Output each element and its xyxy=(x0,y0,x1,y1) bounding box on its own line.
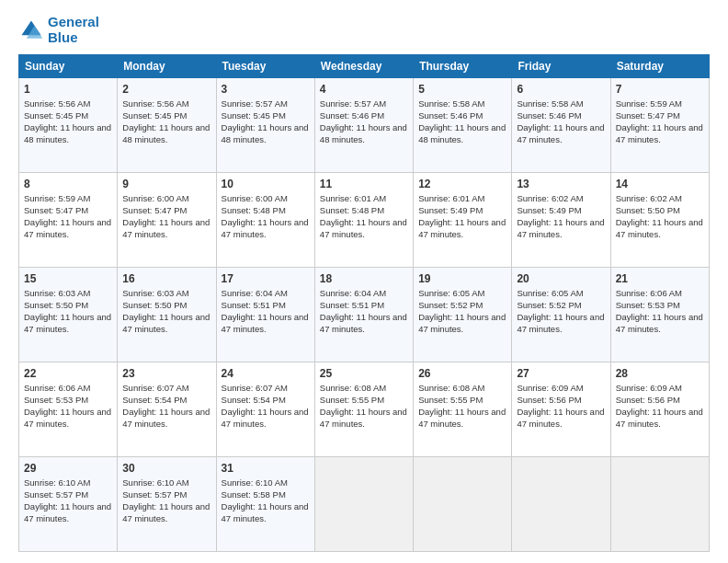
day-number: 21 xyxy=(616,271,704,286)
sunrise-text: Sunrise: 6:07 AM xyxy=(122,383,188,393)
sunrise-text: Sunrise: 5:58 AM xyxy=(517,98,583,109)
day-number: 3 xyxy=(222,82,310,97)
sunrise-text: Sunrise: 6:08 AM xyxy=(320,383,386,393)
daylight-text: Daylight: 11 hours and 48 minutes. xyxy=(418,122,506,144)
day-number: 27 xyxy=(517,366,605,381)
calendar-day-7: 7Sunrise: 5:59 AMSunset: 5:47 PMDaylight… xyxy=(610,78,709,173)
day-number: 24 xyxy=(222,366,310,381)
sunrise-text: Sunrise: 6:04 AM xyxy=(320,288,386,298)
calendar-day-5: 5Sunrise: 5:58 AMSunset: 5:46 PMDaylight… xyxy=(414,78,512,173)
calendar-day-13: 13Sunrise: 6:02 AMSunset: 5:49 PMDayligh… xyxy=(512,173,610,268)
sunrise-text: Sunrise: 5:58 AM xyxy=(418,98,484,109)
calendar-day-1: 1Sunrise: 5:56 AMSunset: 5:45 PMDaylight… xyxy=(19,78,118,173)
day-header-monday: Monday xyxy=(118,55,216,78)
day-number: 29 xyxy=(24,461,112,476)
daylight-text: Daylight: 11 hours and 47 minutes. xyxy=(517,407,604,429)
calendar-day-11: 11Sunrise: 6:01 AMSunset: 5:48 PMDayligh… xyxy=(314,173,413,268)
calendar-empty xyxy=(414,457,512,552)
sunrise-text: Sunrise: 6:06 AM xyxy=(24,383,90,393)
sunset-text: Sunset: 5:47 PM xyxy=(616,110,680,121)
sunset-text: Sunset: 5:48 PM xyxy=(222,205,286,215)
calendar-table: SundayMondayTuesdayWednesdayThursdayFrid… xyxy=(18,54,710,552)
daylight-text: Daylight: 11 hours and 47 minutes. xyxy=(24,217,111,239)
sunrise-text: Sunrise: 5:59 AM xyxy=(616,98,682,109)
daylight-text: Daylight: 11 hours and 47 minutes. xyxy=(517,217,604,239)
daylight-text: Daylight: 11 hours and 47 minutes. xyxy=(418,407,506,429)
calendar-day-23: 23Sunrise: 6:07 AMSunset: 5:54 PMDayligh… xyxy=(118,362,216,457)
day-number: 7 xyxy=(616,82,704,97)
calendar-day-4: 4Sunrise: 5:57 AMSunset: 5:46 PMDaylight… xyxy=(314,78,413,173)
daylight-text: Daylight: 11 hours and 47 minutes. xyxy=(616,312,703,334)
daylight-text: Daylight: 11 hours and 47 minutes. xyxy=(320,407,407,429)
daylight-text: Daylight: 11 hours and 47 minutes. xyxy=(122,407,210,429)
day-header-friday: Friday xyxy=(512,55,610,78)
daylight-text: Daylight: 11 hours and 47 minutes. xyxy=(517,122,604,144)
sunset-text: Sunset: 5:51 PM xyxy=(320,300,384,310)
sunrise-text: Sunrise: 6:03 AM xyxy=(122,288,188,298)
sunrise-text: Sunrise: 6:08 AM xyxy=(418,383,484,393)
daylight-text: Daylight: 11 hours and 47 minutes. xyxy=(320,312,407,334)
calendar-day-15: 15Sunrise: 6:03 AMSunset: 5:50 PMDayligh… xyxy=(19,268,118,362)
day-number: 1 xyxy=(24,82,112,97)
sunset-text: Sunset: 5:47 PM xyxy=(24,205,88,215)
calendar-day-2: 2Sunrise: 5:56 AMSunset: 5:45 PMDaylight… xyxy=(118,78,216,173)
sunrise-text: Sunrise: 6:00 AM xyxy=(222,193,288,203)
day-number: 6 xyxy=(517,82,605,97)
sunrise-text: Sunrise: 5:57 AM xyxy=(222,98,288,109)
day-number: 10 xyxy=(222,177,310,191)
calendar-day-19: 19Sunrise: 6:05 AMSunset: 5:52 PMDayligh… xyxy=(414,268,512,362)
sunrise-text: Sunrise: 6:02 AM xyxy=(517,193,583,203)
day-number: 14 xyxy=(616,177,704,191)
day-number: 5 xyxy=(418,82,506,97)
daylight-text: Daylight: 11 hours and 47 minutes. xyxy=(222,217,309,239)
sunset-text: Sunset: 5:46 PM xyxy=(517,110,581,121)
sunrise-text: Sunrise: 6:01 AM xyxy=(320,193,386,203)
calendar-day-27: 27Sunrise: 6:09 AMSunset: 5:56 PMDayligh… xyxy=(512,362,610,457)
daylight-text: Daylight: 11 hours and 47 minutes. xyxy=(320,217,407,239)
sunset-text: Sunset: 5:56 PM xyxy=(616,395,680,405)
daylight-text: Daylight: 11 hours and 47 minutes. xyxy=(122,501,210,523)
sunset-text: Sunset: 5:51 PM xyxy=(222,300,286,310)
sunset-text: Sunset: 5:54 PM xyxy=(122,395,187,405)
calendar-day-20: 20Sunrise: 6:05 AMSunset: 5:52 PMDayligh… xyxy=(512,268,610,362)
sunset-text: Sunset: 5:50 PM xyxy=(122,300,187,310)
sunrise-text: Sunrise: 6:09 AM xyxy=(616,383,682,393)
page: GeneralBlue SundayMondayTuesdayWednesday… xyxy=(0,0,728,563)
day-number: 30 xyxy=(122,461,210,476)
sunrise-text: Sunrise: 6:10 AM xyxy=(24,477,90,488)
day-header-thursday: Thursday xyxy=(414,55,512,78)
calendar-day-18: 18Sunrise: 6:04 AMSunset: 5:51 PMDayligh… xyxy=(314,268,413,362)
day-number: 26 xyxy=(418,366,506,381)
day-header-wednesday: Wednesday xyxy=(314,55,413,78)
daylight-text: Daylight: 11 hours and 48 minutes. xyxy=(122,122,210,144)
day-number: 20 xyxy=(517,271,605,286)
daylight-text: Daylight: 11 hours and 47 minutes. xyxy=(222,312,309,334)
sunrise-text: Sunrise: 5:56 AM xyxy=(122,98,188,109)
calendar-day-3: 3Sunrise: 5:57 AMSunset: 5:45 PMDaylight… xyxy=(216,78,314,173)
calendar-header-row: SundayMondayTuesdayWednesdayThursdayFrid… xyxy=(19,55,710,78)
calendar-week-3: 15Sunrise: 6:03 AMSunset: 5:50 PMDayligh… xyxy=(19,268,710,362)
sunset-text: Sunset: 5:53 PM xyxy=(24,395,88,405)
sunset-text: Sunset: 5:45 PM xyxy=(222,110,286,121)
day-number: 11 xyxy=(320,177,408,191)
sunrise-text: Sunrise: 6:03 AM xyxy=(24,288,90,298)
sunset-text: Sunset: 5:46 PM xyxy=(320,110,384,121)
calendar-day-16: 16Sunrise: 6:03 AMSunset: 5:50 PMDayligh… xyxy=(118,268,216,362)
calendar-day-22: 22Sunrise: 6:06 AMSunset: 5:53 PMDayligh… xyxy=(19,362,118,457)
sunset-text: Sunset: 5:57 PM xyxy=(122,489,187,500)
day-number: 19 xyxy=(418,271,506,286)
daylight-text: Daylight: 11 hours and 48 minutes. xyxy=(24,122,111,144)
calendar-day-24: 24Sunrise: 6:07 AMSunset: 5:54 PMDayligh… xyxy=(216,362,314,457)
sunrise-text: Sunrise: 5:59 AM xyxy=(24,193,90,203)
calendar-week-5: 29Sunrise: 6:10 AMSunset: 5:57 PMDayligh… xyxy=(19,457,710,552)
daylight-text: Daylight: 11 hours and 47 minutes. xyxy=(616,407,703,429)
daylight-text: Daylight: 11 hours and 47 minutes. xyxy=(222,407,309,429)
calendar-day-21: 21Sunrise: 6:06 AMSunset: 5:53 PMDayligh… xyxy=(610,268,709,362)
logo: GeneralBlue xyxy=(18,15,99,45)
logo-icon xyxy=(18,17,44,43)
sunrise-text: Sunrise: 5:56 AM xyxy=(24,98,90,109)
sunrise-text: Sunrise: 6:02 AM xyxy=(616,193,682,203)
sunrise-text: Sunrise: 5:57 AM xyxy=(320,98,386,109)
sunrise-text: Sunrise: 6:09 AM xyxy=(517,383,583,393)
calendar-empty xyxy=(512,457,610,552)
